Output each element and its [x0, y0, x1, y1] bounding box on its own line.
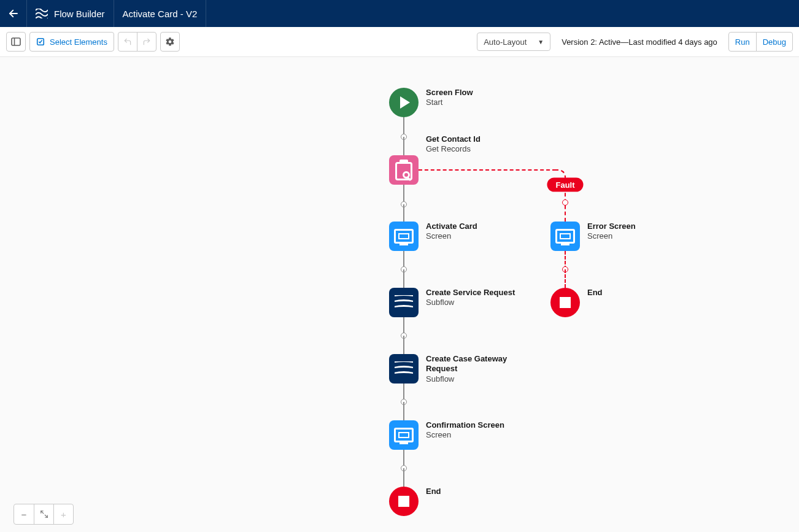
flow-canvas[interactable]: Fault Screen Flow Start Get Contact Id G…	[0, 57, 799, 532]
node-create-case-gateway-request[interactable]: Create Case Gateway Request Subflow	[389, 354, 524, 384]
node-title: Screen Flow	[426, 88, 473, 98]
node-create-service-request[interactable]: Create Service Request Subflow	[389, 288, 515, 317]
node-subtitle: Start	[426, 98, 473, 107]
settings-button[interactable]	[160, 32, 180, 52]
fault-connector	[565, 269, 566, 288]
app-header: Flow Builder Activate Card - V2	[0, 0, 799, 27]
back-button[interactable]	[0, 0, 27, 27]
zoom-fit-button[interactable]	[34, 504, 53, 524]
connector	[403, 137, 404, 155]
redo-button[interactable]	[137, 32, 156, 52]
node-title: End	[587, 288, 603, 298]
node-end-error[interactable]: End	[550, 288, 603, 317]
node-subtitle: Screen	[587, 231, 636, 241]
node-title: Confirmation Screen	[426, 420, 504, 430]
node-end[interactable]: End	[389, 487, 441, 516]
screen-icon	[389, 420, 419, 450]
node-subtitle: Screen	[426, 231, 477, 241]
undo-button[interactable]	[118, 32, 137, 52]
connector	[403, 269, 404, 288]
flow-builder-icon	[36, 9, 48, 18]
zoom-in-button[interactable]: +	[53, 504, 73, 524]
gear-icon	[165, 37, 175, 47]
node-title: Create Service Request	[426, 288, 515, 298]
start-icon	[389, 88, 419, 117]
brand-label: Flow Builder	[54, 9, 105, 19]
subflow-icon	[389, 354, 419, 384]
screen-icon	[389, 222, 419, 251]
fit-icon	[40, 510, 48, 519]
debug-label: Debug	[763, 37, 786, 47]
select-elements-icon	[36, 37, 45, 46]
node-subtitle: Subflow	[426, 374, 524, 384]
svg-line-4	[41, 511, 43, 514]
node-title: End	[426, 487, 441, 496]
subflow-icon	[389, 288, 419, 317]
connector	[403, 468, 404, 487]
page-title: Activate Card - V2	[123, 9, 198, 19]
run-debug-group: Run Debug	[728, 32, 793, 52]
select-elements-button[interactable]: Select Elements	[29, 32, 114, 52]
add-element-dot[interactable]	[562, 199, 568, 206]
toggle-panel-button[interactable]	[6, 32, 26, 52]
undo-redo-group	[118, 32, 156, 52]
get-records-icon	[389, 155, 419, 185]
toolbar: Select Elements Auto-Layout	[0, 27, 799, 57]
panel-icon	[11, 37, 21, 46]
node-title: Create Case Gateway Request	[426, 354, 524, 374]
node-title: Error Screen	[587, 222, 636, 231]
select-elements-label: Select Elements	[50, 37, 107, 47]
node-title: Get Contact Id	[426, 134, 481, 144]
node-subtitle: Get Records	[426, 144, 481, 154]
back-arrow-icon	[8, 8, 19, 19]
debug-button[interactable]: Debug	[756, 32, 793, 52]
run-label: Run	[735, 37, 750, 47]
node-confirmation-screen[interactable]: Confirmation Screen Screen	[389, 420, 504, 450]
node-get-contact-id[interactable]: Get Contact Id Get Records	[389, 155, 481, 185]
zoom-control: − +	[14, 504, 74, 525]
node-start[interactable]: Screen Flow Start	[389, 88, 473, 117]
node-error-screen[interactable]: Error Screen Screen	[550, 222, 636, 251]
connector	[403, 204, 404, 222]
node-activate-card[interactable]: Activate Card Screen	[389, 222, 477, 251]
connector	[403, 336, 404, 354]
svg-line-5	[45, 515, 47, 517]
fault-badge: Fault	[547, 178, 583, 192]
node-subtitle: Screen	[426, 430, 504, 440]
undo-icon	[123, 37, 133, 46]
node-subtitle: Subflow	[426, 298, 515, 307]
node-title: Activate Card	[426, 222, 477, 231]
brand-cell: Flow Builder	[27, 0, 114, 27]
end-icon	[389, 487, 419, 516]
connector	[403, 402, 404, 420]
status-text: Version 2: Active—Last modified 4 days a…	[562, 37, 717, 47]
zoom-out-button[interactable]: −	[14, 504, 34, 524]
layout-mode-dropdown[interactable]: Auto-Layout ▼	[477, 33, 550, 51]
svg-rect-1	[12, 38, 20, 45]
layout-mode-label: Auto-Layout	[484, 37, 527, 47]
end-icon	[550, 288, 580, 317]
run-button[interactable]: Run	[728, 32, 757, 52]
redo-icon	[142, 37, 152, 46]
plus-icon: +	[61, 509, 66, 520]
screen-icon	[550, 222, 580, 251]
page-title-cell: Activate Card - V2	[114, 0, 207, 27]
chevron-down-icon: ▼	[538, 39, 544, 45]
minus-icon: −	[21, 509, 27, 520]
